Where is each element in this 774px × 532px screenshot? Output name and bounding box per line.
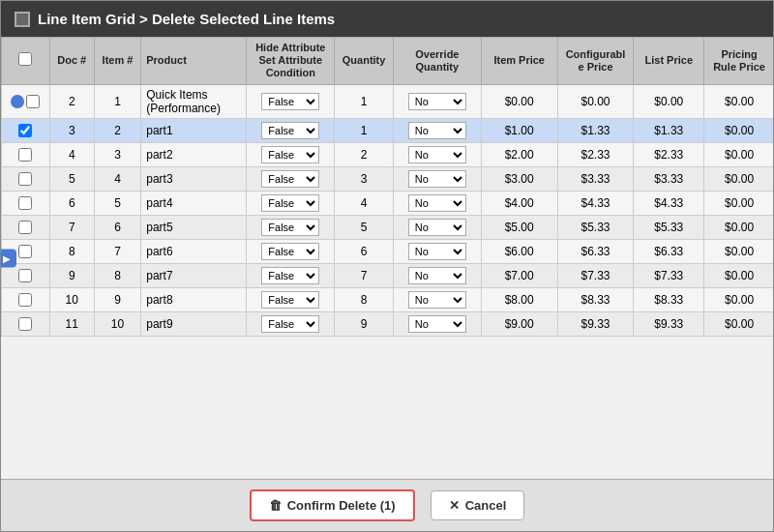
row-configurable-price: $1.33 [557,118,634,142]
row-quantity: 4 [335,191,394,215]
row-product: part7 [141,263,247,287]
modal-title: Line Item Grid > Delete Selected Line It… [38,11,335,27]
row-hide-select-cell[interactable]: FalseTrue [247,311,335,336]
row-override-select-cell[interactable]: NoYes [393,118,481,142]
line-item-table: Doc # Item # Product Hide Attribute Set … [1,37,773,337]
confirm-delete-button[interactable]: 🗑 Confirm Delete (1) [250,489,415,521]
row-checkbox[interactable] [18,293,32,307]
row-checkbox[interactable] [18,269,32,282]
row-override-select[interactable]: NoYes [408,267,466,284]
row-checkbox-cell [2,311,50,336]
row-item: 2 [94,118,140,142]
row-checkbox[interactable] [18,221,32,234]
row-pricing-price: $0.00 [704,84,773,118]
row-override-select[interactable]: NoYes [408,93,466,110]
row-override-select[interactable]: NoYes [408,219,466,236]
row-item: 7 [94,239,140,263]
row-hide-select-cell[interactable]: FalseTrue [247,263,335,287]
row-hide-select[interactable]: FalseTrue [261,93,319,110]
row-override-select-cell[interactable]: NoYes [393,142,481,166]
table-header-row: Doc # Item # Product Hide Attribute Set … [2,38,774,85]
row-override-select[interactable]: NoYes [408,170,466,188]
row-item: 9 [94,287,140,311]
header-pricing: Pricing Rule Price [704,38,773,85]
row-checkbox[interactable] [18,172,32,186]
table-row: 76part5FalseTrue5NoYes$5.00$5.33$5.33$0.… [2,215,774,239]
row-doc: 10 [49,287,94,311]
row-checkbox[interactable] [18,124,32,137]
header-itemprice: Item Price [481,38,557,85]
row-hide-select-cell[interactable]: FalseTrue [247,118,335,142]
row-override-select-cell[interactable]: NoYes [393,311,481,336]
row-hide-select[interactable]: FalseTrue [261,291,319,309]
row-hide-select-cell[interactable]: FalseTrue [247,215,335,239]
row-hide-select[interactable]: FalseTrue [261,267,319,284]
row-hide-select-cell[interactable]: FalseTrue [247,84,335,118]
row-checkbox[interactable] [18,317,32,331]
row-hide-select[interactable]: FalseTrue [261,146,319,163]
table-row: 54part3FalseTrue3NoYes$3.00$3.33$3.33$0.… [2,166,774,191]
row-list-price: $3.33 [634,166,704,191]
row-quantity: 7 [335,263,394,287]
row-hide-select-cell[interactable]: FalseTrue [247,142,335,166]
row-hide-select[interactable]: FalseTrue [261,315,319,333]
row-quantity: 2 [335,142,394,166]
row-hide-select-cell[interactable]: FalseTrue [247,191,335,215]
row-override-select-cell[interactable]: NoYes [393,84,481,118]
row-pricing-price: $0.00 [704,166,773,191]
row-override-select[interactable]: NoYes [408,194,466,212]
row-item-price: $9.00 [481,311,557,336]
row-override-select-cell[interactable]: NoYes [393,191,481,215]
row-pricing-price: $0.00 [704,191,773,215]
row-override-select[interactable]: NoYes [408,291,466,309]
row-hide-select[interactable]: FalseTrue [261,219,319,236]
row-override-select[interactable]: NoYes [408,315,466,333]
row-override-select[interactable]: NoYes [408,146,466,163]
row-hide-select[interactable]: FalseTrue [261,122,319,139]
table-row: 1110part9FalseTrue9NoYes$9.00$9.33$9.33$… [2,311,774,336]
row-hide-select-cell[interactable]: FalseTrue [247,239,335,263]
row-override-select[interactable]: NoYes [408,243,466,260]
row-configurable-price: $5.33 [557,215,634,239]
side-expand-icon[interactable]: ▶ [1,249,16,267]
row-hide-select-cell[interactable]: FalseTrue [247,166,335,191]
header-confprice: Configurable Price [557,38,634,85]
row-hide-select[interactable]: FalseTrue [261,194,319,212]
row-doc: 4 [49,142,94,166]
row-checkbox-cell [2,215,50,239]
modal-body: ▶ Doc # Item # Product Hide Attribute Se… [1,37,773,479]
row-override-select-cell[interactable]: NoYes [393,287,481,311]
row-hide-select-cell[interactable]: FalseTrue [247,287,335,311]
row-override-select-cell[interactable]: NoYes [393,263,481,287]
header-icon [15,12,30,27]
row-pricing-price: $0.00 [704,311,773,336]
confirm-delete-label: Confirm Delete (1) [287,498,396,513]
cancel-button[interactable]: ✕ Cancel [431,490,525,520]
row-hide-select[interactable]: FalseTrue [261,170,319,188]
row-product: part4 [141,191,247,215]
row-pricing-price: $0.00 [704,239,773,263]
row-product: part9 [141,311,247,336]
row-product: part2 [141,142,247,166]
row-quantity: 3 [335,166,394,191]
row-quantity: 1 [335,84,394,118]
row-checkbox[interactable] [18,148,32,162]
row-item-price: $6.00 [481,239,557,263]
row-pricing-price: $0.00 [704,263,773,287]
row-item: 6 [94,215,140,239]
table-row: 43part2FalseTrue2NoYes$2.00$2.33$2.33$0.… [2,142,774,166]
row-checkbox[interactable] [18,196,32,210]
cancel-x-icon: ✕ [449,498,460,513]
row-checkbox[interactable] [18,245,32,258]
row-checkbox-cell [2,166,50,191]
row-quantity: 9 [335,311,394,336]
select-all-checkbox[interactable] [18,52,32,66]
row-override-select-cell[interactable]: NoYes [393,215,481,239]
row-override-select-cell[interactable]: NoYes [393,239,481,263]
row-override-select-cell[interactable]: NoYes [393,166,481,191]
row-pricing-price: $0.00 [704,118,773,142]
row-checkbox[interactable] [26,95,40,108]
row-product: part6 [141,239,247,263]
row-override-select[interactable]: NoYes [408,122,466,139]
row-hide-select[interactable]: FalseTrue [261,243,319,260]
